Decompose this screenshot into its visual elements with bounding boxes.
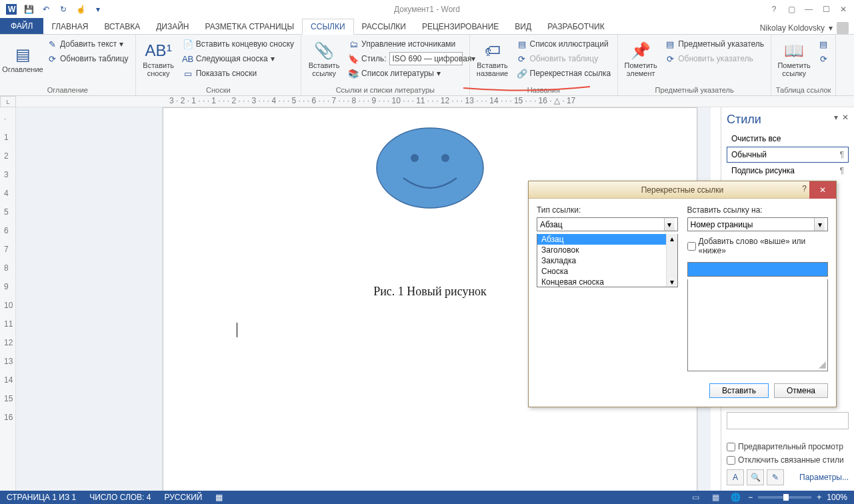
dialog-help-icon[interactable]: ? xyxy=(802,184,807,193)
tab-mailings[interactable]: РАССЫЛКИ xyxy=(354,19,414,34)
quick-access-toolbar: W 💾 ↶ ↻ ☝ ▾ xyxy=(0,2,105,17)
tab-view[interactable]: ВИД xyxy=(507,19,539,34)
svg-point-3 xyxy=(411,154,419,162)
ruler-corner[interactable]: L xyxy=(0,96,16,107)
tab-insert[interactable]: ВСТАВКА xyxy=(96,19,148,34)
horizontal-ruler[interactable]: 3 · 2 · 1 · · · 1 · · · 2 · · · 3 · · · … xyxy=(16,96,854,107)
avatar[interactable] xyxy=(837,22,849,34)
mark-entry-button[interactable]: 📌Пометить элемент xyxy=(622,36,659,83)
insert-citation-button[interactable]: 📎Вставить ссылку xyxy=(305,36,343,83)
styles-options-link[interactable]: Параметры... xyxy=(799,473,849,482)
insert-button[interactable]: Вставить xyxy=(709,383,769,398)
style-normal[interactable]: Обычный¶ xyxy=(727,147,849,163)
opt-footnote[interactable]: Сноска xyxy=(537,266,666,277)
tabs-user: Nikolay Koldovsky▾ xyxy=(760,22,849,34)
qat-more-button[interactable]: ▾ xyxy=(91,2,105,17)
vertical-ruler[interactable]: ·12345678910111213141516 xyxy=(0,107,16,491)
titlebar: W 💾 ↶ ↻ ☝ ▾ Документ1 - Word ? ▢ — ☐ ✕ xyxy=(0,0,854,19)
tab-layout[interactable]: РАЗМЕТКА СТРАНИЦЫ xyxy=(197,19,303,34)
opt-heading[interactable]: Заголовок xyxy=(537,245,666,255)
maximize-button[interactable]: ☐ xyxy=(821,5,831,14)
close-button[interactable]: ✕ xyxy=(838,5,849,14)
manage-sources-button[interactable]: 🗂Управление источниками xyxy=(345,37,465,51)
dialog-close-button[interactable]: ✕ xyxy=(809,181,836,199)
ref-type-dropdown-list: Абзац Заголовок Закладка Сноска Концевая… xyxy=(537,234,678,287)
zoom-in-button[interactable]: + xyxy=(817,493,821,502)
insert-index-button[interactable]: ▤Предметный указатель xyxy=(662,37,767,51)
pane-options-icon[interactable]: ▾ xyxy=(834,113,838,122)
touch-button[interactable]: ☝ xyxy=(73,2,88,17)
style-inspector-button[interactable]: 🔍 xyxy=(747,469,764,485)
style-clear-all[interactable]: Очистить все xyxy=(727,131,849,147)
svg-text:W: W xyxy=(8,5,16,14)
pane-close-icon[interactable]: ✕ xyxy=(842,113,849,122)
manage-styles-button[interactable]: ✎ xyxy=(767,469,784,485)
undo-button[interactable]: ↶ xyxy=(39,2,53,17)
zoom-out-button[interactable]: − xyxy=(748,493,753,502)
styles-preview-box xyxy=(727,412,849,429)
insert-ref-combo[interactable]: Номер страницы ▾ xyxy=(687,217,829,231)
status-macro-icon[interactable]: ▦ xyxy=(209,493,229,502)
window-title: Документ1 - Word xyxy=(394,5,460,14)
tab-file[interactable]: ФАЙЛ xyxy=(0,18,43,34)
dialog-item-listbox[interactable]: ◢ xyxy=(687,279,829,371)
status-word-count[interactable]: ЧИСЛО СЛОВ: 4 xyxy=(83,493,157,502)
toc-button[interactable]: ▤Оглавление xyxy=(4,36,41,83)
redo-button[interactable]: ↻ xyxy=(56,2,71,17)
save-button[interactable]: 💾 xyxy=(21,2,36,17)
titlebar-controls: ? ▢ — ☐ ✕ xyxy=(769,5,849,14)
insert-endnote-button[interactable]: 📄Вставить концевую сноску xyxy=(180,37,297,51)
zoom-slider[interactable] xyxy=(758,496,811,499)
status-language[interactable]: РУССКИЙ xyxy=(157,493,209,502)
mark-citation-button[interactable]: 📖Пометить ссылку xyxy=(775,36,813,83)
user-name[interactable]: Nikolay Koldovsky xyxy=(760,23,825,33)
insert-toa-button[interactable]: ▤ xyxy=(815,37,831,51)
ribbon-display-icon[interactable]: ▢ xyxy=(786,5,797,14)
text-cursor xyxy=(237,323,237,337)
style-caption[interactable]: Подпись рисунка¶ xyxy=(727,163,849,179)
tab-home[interactable]: ГЛАВНАЯ xyxy=(43,19,96,34)
opt-endnote[interactable]: Концевая сноска xyxy=(537,277,666,287)
tab-references[interactable]: ССЫЛКИ xyxy=(302,19,353,35)
ref-type-combo[interactable]: Абзац ▾ xyxy=(537,217,678,231)
svg-point-2 xyxy=(377,128,483,208)
figure-caption[interactable]: Рис. 1 Новый рисунок xyxy=(373,285,487,299)
dropdown-scrollbar[interactable]: ▴▾ xyxy=(666,234,677,287)
minimize-button[interactable]: — xyxy=(803,5,814,14)
cross-reference-button[interactable]: 🔗Перекрестная ссылка xyxy=(514,67,614,80)
new-style-button[interactable]: A xyxy=(727,469,744,485)
group-footnotes: AB¹Вставить сноску 📄Вставить концевую сн… xyxy=(136,35,301,95)
tab-design[interactable]: ДИЗАЙН xyxy=(148,19,197,34)
update-toc-button[interactable]: ⟳Обновить таблицу xyxy=(44,52,131,65)
citation-style-combo[interactable]: 🔖Стиль: ISO 690 — цифровая▾ xyxy=(345,52,465,65)
help-icon[interactable]: ? xyxy=(769,5,779,14)
add-text-button[interactable]: ✎Добавить текст ▾ xyxy=(44,37,131,51)
list-figures-button[interactable]: ▤Список иллюстраций xyxy=(514,37,614,51)
preview-checkbox[interactable]: Предварительный просмотр xyxy=(727,440,849,453)
show-footnotes-button[interactable]: ▭Показать сноски xyxy=(180,67,297,80)
insert-caption-button[interactable]: 🏷Вставить название xyxy=(474,36,511,83)
ribbon: ▤Оглавление ✎Добавить текст ▾ ⟳Обновить … xyxy=(0,35,854,96)
tab-developer[interactable]: РАЗРАБОТЧИК xyxy=(539,19,613,34)
opt-paragraph[interactable]: Абзац xyxy=(537,234,666,245)
chevron-down-icon[interactable]: ▾ xyxy=(664,218,675,231)
cancel-button[interactable]: Отмена xyxy=(774,383,828,398)
word-icon: W xyxy=(4,2,19,17)
insert-footnote-button[interactable]: AB¹Вставить сноску xyxy=(140,36,177,83)
disable-linked-checkbox[interactable]: Отключить связанные стили xyxy=(727,453,849,467)
dialog-titlebar[interactable]: Перекрестные ссылки ? ✕ xyxy=(529,181,836,199)
bibliography-button[interactable]: 📚Список литературы ▾ xyxy=(345,67,465,80)
view-web-button[interactable]: 🌐 xyxy=(728,491,743,503)
zoom-level[interactable]: 100% xyxy=(827,493,847,502)
status-page[interactable]: СТРАНИЦА 1 ИЗ 1 xyxy=(0,493,83,502)
tab-review[interactable]: РЕЦЕНЗИРОВАНИЕ xyxy=(414,19,507,34)
group-index: 📌Пометить элемент ▤Предметный указатель … xyxy=(618,35,771,95)
view-read-button[interactable]: ▭ xyxy=(688,491,703,503)
next-footnote-button[interactable]: ABСледующая сноска ▾ xyxy=(180,52,297,65)
chevron-down-icon[interactable]: ▾ xyxy=(814,218,825,231)
include-above-below-checkbox[interactable]: Добавить слово «выше» или «ниже» xyxy=(687,234,829,255)
view-print-button[interactable]: ▦ xyxy=(708,491,723,503)
svg-point-4 xyxy=(441,154,449,162)
opt-bookmark[interactable]: Закладка xyxy=(537,255,666,266)
smiley-shape[interactable] xyxy=(373,125,487,211)
